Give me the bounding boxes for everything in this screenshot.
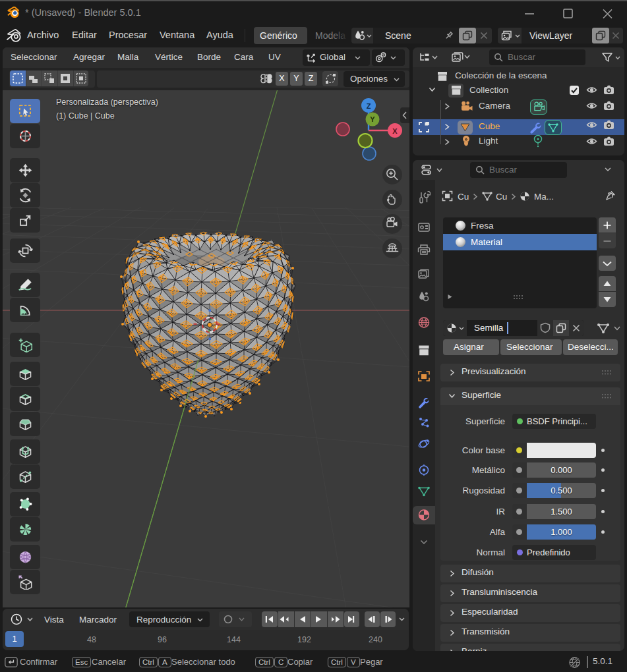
svg-text:X: X	[392, 127, 398, 135]
svg-text:Y: Y	[370, 115, 375, 123]
svg-text:Z: Z	[367, 102, 371, 110]
